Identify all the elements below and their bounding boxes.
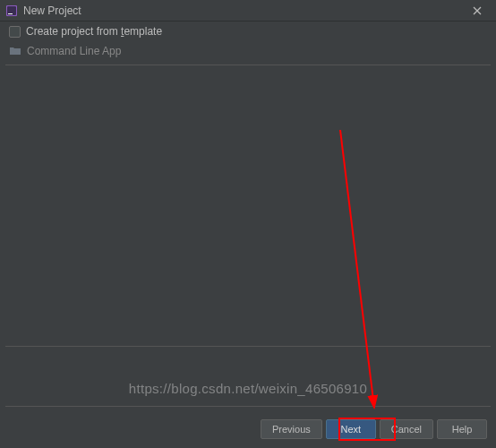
help-button[interactable]: Help	[437, 419, 487, 439]
dialog-button-row: Previous Next Cancel Help	[261, 419, 487, 439]
template-item-label: Command Line App	[27, 45, 121, 57]
folder-icon	[9, 45, 21, 57]
content-area	[5, 65, 491, 407]
template-list-item[interactable]: Command Line App	[0, 41, 496, 61]
template-checkbox[interactable]	[9, 26, 21, 38]
svg-rect-2	[8, 13, 13, 14]
next-button[interactable]: Next	[326, 419, 376, 439]
watermark-text: https://blog.csdn.net/weixin_46506910	[129, 381, 367, 396]
titlebar: New Project	[0, 0, 496, 22]
app-icon	[5, 4, 18, 17]
previous-button[interactable]: Previous	[261, 419, 322, 439]
window-title: New Project	[23, 4, 464, 17]
cancel-button[interactable]: Cancel	[380, 419, 433, 439]
template-checkbox-label: Create project from template	[26, 25, 162, 38]
close-icon	[473, 6, 482, 15]
close-button[interactable]	[464, 0, 491, 22]
template-option-row: Create project from template	[0, 22, 496, 41]
